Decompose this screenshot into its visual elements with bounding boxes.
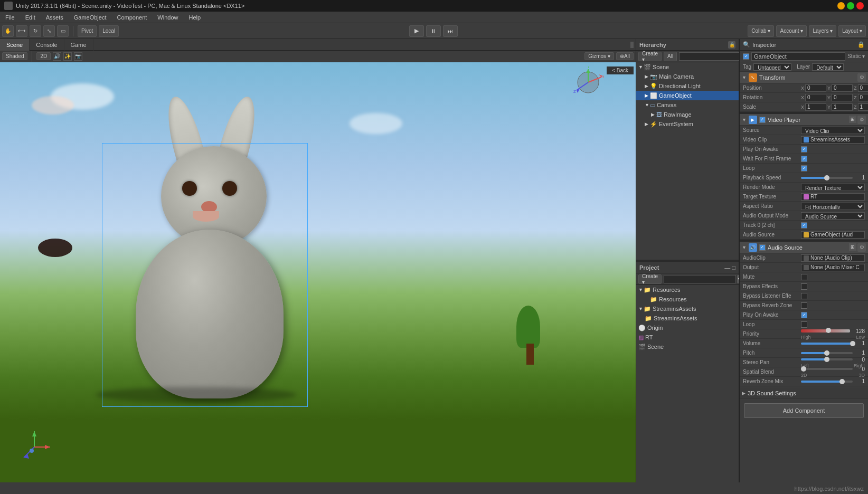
rot-y-input[interactable]	[832, 94, 853, 101]
move-tool[interactable]: ⟷	[16, 25, 27, 37]
transform-header[interactable]: ▼ ⤡ Transform ⚙	[740, 72, 868, 83]
output-ref[interactable]: None (Audio Mixer C	[801, 264, 865, 271]
account-btn[interactable]: Account ▾	[776, 25, 807, 37]
vp-enable[interactable]	[759, 117, 766, 123]
rot-x-input[interactable]	[805, 94, 826, 101]
scale-x-input[interactable]	[805, 103, 826, 111]
play-btn[interactable]: ▶	[409, 25, 424, 37]
menu-assets[interactable]: Assets	[41, 12, 69, 23]
vp-settings[interactable]: ⚙	[857, 116, 866, 124]
vp-play-awake-cb[interactable]	[801, 146, 807, 153]
as-enable[interactable]	[759, 244, 766, 251]
render-mode-dropdown[interactable]: Render Texture	[801, 184, 865, 191]
tab-console[interactable]: Console	[30, 39, 64, 51]
all-btn[interactable]: ⊕All	[616, 52, 634, 60]
gameobject-name-input[interactable]	[751, 52, 845, 61]
layout-btn[interactable]: Layout ▾	[838, 25, 866, 37]
hier-lock-btn[interactable]: 🔒	[728, 41, 735, 49]
as-expand[interactable]: ⊞	[849, 243, 856, 251]
menu-component[interactable]: Component	[111, 12, 152, 23]
bypass-reverb-cb[interactable]	[801, 302, 807, 309]
menu-help[interactable]: Help	[183, 12, 206, 23]
hierarchy-all-btn[interactable]: All	[664, 52, 677, 61]
volume-slider[interactable]	[801, 343, 853, 345]
gizmos-btn[interactable]: Gizmos ▾	[584, 52, 614, 60]
minimize-btn[interactable]	[837, 2, 845, 10]
hier-item-eventsystem[interactable]: ▶ ⚡ EventSystem	[636, 119, 739, 129]
effects-btn[interactable]: ✨	[63, 52, 72, 61]
audio-output-dropdown[interactable]: Audio Source	[801, 212, 865, 220]
project-minimize[interactable]: —	[724, 264, 730, 271]
audio-source-ref[interactable]: GameObject (Aud	[801, 231, 865, 239]
hierarchy-create-btn[interactable]: Create ▾	[638, 52, 662, 61]
shaded-btn[interactable]: Shaded	[2, 52, 27, 60]
inspector-lock[interactable]: 🔒	[857, 41, 865, 48]
project-item-scene[interactable]: 🎬 Scene	[636, 342, 739, 352]
project-item-streaming[interactable]: ▼ 📁 StreaminsAssets	[636, 304, 739, 314]
project-maximize[interactable]: □	[732, 264, 735, 271]
layers-btn[interactable]: Layers ▾	[809, 25, 836, 37]
project-item-streaming-sub[interactable]: 📁 StreaminsAssets	[636, 314, 739, 323]
as-play-awake-cb[interactable]	[801, 312, 807, 318]
local-toggle[interactable]: Local	[99, 25, 119, 37]
project-item-resources-sub[interactable]: 📁 Resources	[636, 294, 739, 304]
tab-scene[interactable]: Scene	[0, 39, 30, 51]
vp-wait-cb[interactable]	[801, 156, 807, 162]
hier-item-light[interactable]: ▶ 💡 Directional Light	[636, 81, 739, 91]
scene-viewport[interactable]: X Y Z < Back	[0, 62, 636, 482]
menu-window[interactable]: Window	[152, 12, 183, 23]
hier-item-gameobject[interactable]: ▶ ⬜ GameObject	[636, 91, 739, 100]
tab-game[interactable]: Game	[64, 39, 93, 51]
project-search[interactable]	[664, 275, 736, 283]
scale-y-input[interactable]	[832, 103, 853, 111]
vp-expand[interactable]: ⊞	[849, 116, 856, 123]
pitch-slider[interactable]	[801, 352, 853, 354]
playback-speed-slider[interactable]	[801, 177, 853, 179]
pos-y-input[interactable]	[832, 84, 853, 92]
step-btn[interactable]: ⏭	[443, 25, 458, 37]
tag-dropdown[interactable]: Untagged	[753, 63, 791, 71]
hier-item-camera[interactable]: ▶ 📷 Main Camera	[636, 72, 739, 81]
vp-loop-cb[interactable]	[801, 165, 807, 172]
as-loop-cb[interactable]	[801, 321, 807, 328]
target-texture-ref[interactable]: RT	[801, 193, 865, 201]
rotate-tool[interactable]: ↻	[30, 25, 41, 37]
as-settings[interactable]: ⚙	[857, 243, 866, 252]
hier-item-scene[interactable]: ▼ 🎬 Scene	[636, 62, 739, 72]
scale-z-input[interactable]	[858, 103, 868, 111]
pos-z-input[interactable]	[858, 84, 868, 92]
mute-cb[interactable]	[801, 274, 807, 280]
priority-slider[interactable]	[801, 329, 850, 332]
video-player-header[interactable]: ▼ ▶ Video Player ⊞ ⚙	[740, 114, 868, 126]
hier-item-rawimage[interactable]: ▶ 🖼 RawImage	[636, 110, 739, 119]
menu-edit[interactable]: Edit	[20, 12, 41, 23]
transform-settings[interactable]: ⚙	[857, 73, 866, 82]
bypass-listener-cb[interactable]	[801, 293, 807, 299]
rect-tool[interactable]: ▭	[57, 25, 69, 37]
audio-source-header[interactable]: ▼ 🔊 Audio Source ⊞ ⚙	[740, 242, 868, 253]
layer-dropdown[interactable]: Default	[812, 63, 844, 71]
2d-btn[interactable]: 2D	[36, 52, 51, 60]
hand-tool[interactable]: ✋	[2, 25, 14, 37]
bypass-effects-cb[interactable]	[801, 283, 807, 290]
spatial-blend-slider[interactable]	[801, 368, 853, 370]
gameobject-active-checkbox[interactable]	[743, 53, 749, 60]
audio-btn[interactable]: 🔊	[53, 52, 61, 61]
sound-settings-header[interactable]: ▶ 3D Sound Settings	[740, 387, 868, 399]
scale-tool[interactable]: ⤡	[43, 25, 55, 37]
stereo-slider[interactable]	[801, 358, 853, 360]
pos-x-input[interactable]	[805, 84, 826, 92]
add-component-btn[interactable]: Add Component	[744, 403, 864, 418]
project-item-resources[interactable]: ▼ 📁 Resources	[636, 285, 739, 294]
hier-item-canvas[interactable]: ▼ ▭ Canvas	[636, 100, 739, 110]
panel-grip[interactable]	[630, 42, 634, 48]
reverb-slider[interactable]	[801, 381, 853, 383]
audioclip-ref[interactable]: None (Audio Clip)	[801, 254, 865, 262]
track-cb[interactable]	[801, 222, 807, 229]
back-btn[interactable]: < Back	[607, 66, 634, 74]
pivot-toggle[interactable]: Pivot	[78, 25, 97, 37]
pause-btn[interactable]: ⏸	[426, 25, 441, 37]
close-btn[interactable]	[856, 2, 864, 10]
rot-z-input[interactable]	[858, 94, 868, 101]
video-clip-ref[interactable]: StreaminsAssets	[801, 136, 865, 144]
